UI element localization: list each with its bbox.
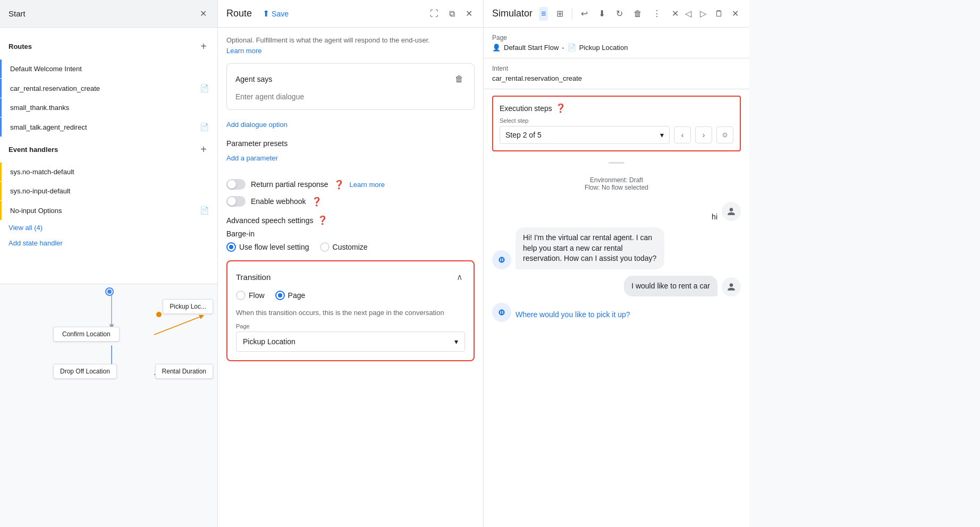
transition-header: Transition ∧ (236, 270, 465, 284)
execution-steps-help-icon[interactable]: ❓ (555, 103, 566, 113)
return-partial-help-icon[interactable]: ❓ (334, 180, 344, 190)
barge-in-use-flow-radio[interactable] (226, 242, 236, 252)
return-partial-learn-more[interactable]: Learn more (350, 181, 385, 189)
canvas-node-dropoff[interactable]: Drop Off Location (53, 364, 117, 379)
close-simulator-button[interactable]: ✕ (670, 6, 681, 21)
page-select-field[interactable]: Pickup Location ▾ (236, 332, 465, 352)
close-simulator-panel-button[interactable]: ✕ (730, 6, 741, 21)
sim-page-path: 👤 Default Start Flow - 📄 Pickup Location (492, 44, 741, 52)
routes-section-header: Routes + (0, 34, 217, 59)
transition-flow-option[interactable]: Flow (236, 291, 265, 300)
simulator-grid-view-button[interactable]: ⊞ (554, 6, 565, 21)
barge-in-label: Barge-in (226, 230, 475, 238)
delete-agent-says-button[interactable]: 🗑 (453, 72, 466, 86)
view-all-link[interactable]: View all (4) (0, 220, 51, 235)
agent-says-label: Agent says (235, 75, 272, 83)
simulator-refresh-button[interactable]: ↻ (614, 6, 625, 21)
barge-in-customize-option[interactable]: Customize (320, 242, 368, 252)
save-button[interactable]: ⬆ Save (258, 6, 293, 21)
agent-avatar-2 (492, 303, 511, 322)
simulator-more-button[interactable]: ⋮ (650, 6, 663, 21)
param-presets-label: Parameter presets (226, 139, 475, 148)
step-prev-button[interactable]: ‹ (674, 126, 691, 143)
agent-avatar-1 (492, 250, 511, 269)
simulator-settings-button[interactable]: 🗒 (713, 7, 725, 21)
simulator-title: Simulator (492, 8, 533, 19)
save-icon: ⬆ (263, 8, 269, 19)
barge-in-customize-radio[interactable] (320, 242, 330, 252)
enable-webhook-label: Enable webhook (251, 197, 306, 206)
canvas-node-rental[interactable]: Rental Duration (155, 364, 213, 379)
step-dropdown-chevron-icon: ▾ (660, 131, 664, 139)
simulator-list-view-button[interactable]: ≡ (539, 7, 548, 21)
simulator-undo-button[interactable]: ↩ (579, 6, 590, 21)
simulator-nav-next-button[interactable]: ▷ (698, 6, 708, 21)
route-item-default-welcome[interactable]: Default Welcome Intent (0, 60, 217, 78)
route-item-car-rental[interactable]: car_rental.reservation_create 📄 (0, 79, 217, 98)
step-dropdown[interactable]: Step 2 of 5 ▾ (500, 126, 670, 144)
env-info: Environment: Draft Flow: No flow selecte… (492, 176, 741, 191)
canvas-node-confirm[interactable]: Confirm Location (53, 327, 120, 342)
simulator-nav-prev-button[interactable]: ◁ (683, 6, 694, 21)
execution-steps-header: Execution steps ❓ (500, 103, 733, 113)
fullscreen-button[interactable]: ⛶ (428, 7, 441, 21)
close-middle-panel-button[interactable]: ✕ (463, 6, 475, 21)
add-event-handler-button[interactable]: + (198, 141, 209, 158)
page-select-label: Page (236, 323, 465, 329)
transition-page-radio[interactable] (275, 291, 285, 300)
page-icon: 📄 (200, 206, 209, 215)
transition-page-option[interactable]: Page (275, 291, 306, 300)
transition-flow-radio[interactable] (236, 291, 246, 300)
start-title: Start (9, 9, 26, 18)
sim-flow-name: Default Start Flow (504, 44, 559, 52)
transition-page-label: Page (288, 291, 306, 300)
chat-area: Environment: Draft Flow: No flow selecte… (484, 168, 749, 527)
learn-more-link[interactable]: Learn more (226, 47, 261, 55)
toolbar-divider (572, 8, 572, 19)
route-label: small_talk.agent_redirect (10, 123, 87, 131)
sim-page-name: Pickup Location (579, 44, 628, 52)
routes-label: Routes (9, 42, 32, 50)
left-content: Routes + Default Welcome Intent car_rent… (0, 28, 217, 284)
add-dialogue-option-button[interactable]: Add dialogue option (226, 118, 288, 131)
more-options-button[interactable]: ⧉ (447, 7, 457, 21)
flow-person-icon: 👤 (492, 44, 501, 52)
add-state-handler-link[interactable]: Add state handler (0, 235, 217, 251)
return-partial-toggle[interactable] (226, 179, 246, 190)
step-next-button[interactable]: › (695, 126, 712, 143)
event-item-no-input-options[interactable]: No-input Options 📄 (0, 201, 217, 220)
barge-in-customize-label: Customize (333, 243, 368, 251)
page-select-container: Page Pickup Location ▾ (236, 323, 465, 352)
environment-label: Environment: Draft (492, 176, 741, 184)
advanced-speech-help-icon[interactable]: ❓ (317, 215, 328, 225)
events-list: sys.no-match-default sys.no-input-defaul… (0, 163, 217, 220)
right-panel: Simulator ≡ ⊞ ↩ ⬇ ↻ 🗑 ⋮ ✕ ◁ ▷ 🗒 ✕ Page 👤 (484, 0, 749, 527)
start-node[interactable] (106, 288, 113, 295)
barge-in-radio-group: Use flow level setting Customize (226, 242, 475, 252)
step-focus-button[interactable]: ⊙ (716, 126, 733, 143)
user-avatar-1 (722, 277, 741, 296)
route-item-small-talk[interactable]: small_talk.agent_redirect 📄 (0, 117, 217, 137)
add-parameter-button[interactable]: Add a parameter (226, 152, 278, 164)
add-route-button[interactable]: + (198, 38, 209, 55)
enable-webhook-help-icon[interactable]: ❓ (311, 197, 322, 207)
transition-desc: When this transition occurs, this is the… (236, 309, 465, 317)
simulator-toolbar: ≡ ⊞ ↩ ⬇ ↻ 🗑 ⋮ ✕ (539, 6, 681, 21)
return-partial-row: Return partial response ❓ Learn more (226, 179, 475, 190)
user-bubble-1: I would like to rent a car (624, 276, 717, 297)
transition-radio-group: Flow Page (236, 291, 465, 300)
event-item-no-input[interactable]: sys.no-input-default (0, 182, 217, 200)
enable-webhook-toggle[interactable] (226, 196, 246, 207)
page-select-chevron-icon: ▾ (454, 337, 458, 346)
route-item-small-thank[interactable]: small_thank.thanks (0, 98, 217, 117)
simulator-download-button[interactable]: ⬇ (596, 6, 607, 21)
canvas-node-pickup[interactable]: Pickup Loc... (163, 299, 213, 314)
collapse-transition-button[interactable]: ∧ (454, 270, 465, 284)
agent-says-input[interactable] (235, 92, 466, 101)
simulator-delete-button[interactable]: 🗑 (631, 7, 644, 21)
page-section-label: Page (492, 34, 741, 41)
barge-in-use-flow-option[interactable]: Use flow level setting (226, 242, 309, 252)
close-left-panel-button[interactable]: ✕ (198, 6, 209, 21)
event-item-no-match[interactable]: sys.no-match-default (0, 163, 217, 181)
routes-list: Default Welcome Intent car_rental.reserv… (0, 60, 217, 137)
